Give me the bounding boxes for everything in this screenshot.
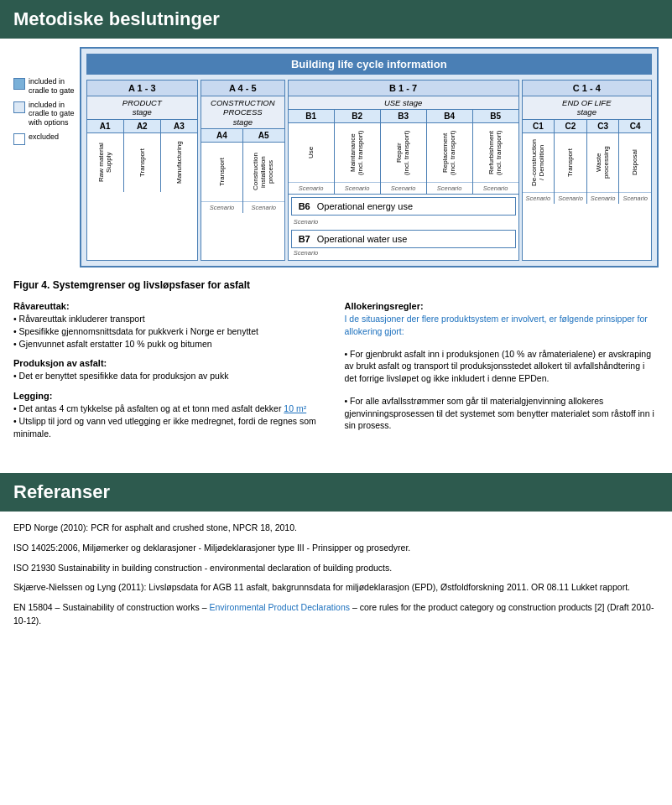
col-c2-scenario: Scenario xyxy=(555,192,586,204)
col-b3: Repair(incl. transport) Scenario xyxy=(381,123,427,194)
ref-5: EN 15804 – Sustainability of constructio… xyxy=(13,601,659,628)
body-legging: Legging: • Det antas 4 cm tykkelse på as… xyxy=(13,391,328,439)
body-rawmaterial: Råvareuttak: • Råvareuttak inkluderer tr… xyxy=(13,301,328,350)
col-a4: Transport Scenario xyxy=(201,143,243,213)
col-b2-scenario: Scenario xyxy=(335,182,380,194)
col-a3: Manufacturing xyxy=(161,133,197,192)
col-a1-label: Raw materialSupply xyxy=(87,133,123,192)
b6-row: B6 Operational energy use xyxy=(291,197,516,216)
ref-3: ISO 21930 Sustainability in building con… xyxy=(13,562,659,575)
col-a3-header: A3 xyxy=(161,120,197,132)
ref-2: ISO 14025:2006, Miljømerker og deklarasj… xyxy=(13,542,659,555)
main-section-header: Metodiske beslutninger xyxy=(0,0,672,39)
group-a13-header: A 1 - 3 xyxy=(87,80,197,96)
col-a1: Raw materialSupply xyxy=(87,133,124,192)
col-b3-label: Repair(incl. transport) xyxy=(381,123,426,182)
figure-caption: Figur 4. Systemgrenser og livsløpsfaser … xyxy=(13,279,659,291)
body-allokering: Allokeringsregler: I de situasjoner der … xyxy=(345,301,659,432)
b6-label: Operational energy use xyxy=(317,201,413,211)
col-a4-scenario: Scenario xyxy=(201,201,242,213)
col-c4: Disposal Scenario xyxy=(619,133,651,204)
body-production-title: Produksjon av asfalt: xyxy=(13,358,328,368)
body-production-text: • Det er benyttet spesifikke data for pr… xyxy=(13,370,328,382)
legend-box-blue xyxy=(13,78,25,90)
group-b17: B 1 - 7 USE stage B1 B2 B3 B4 B5 Use xyxy=(288,80,519,261)
group-a45-header: A 4 - 5 xyxy=(201,80,284,96)
group-c14-subheader: END OF LIFEstage xyxy=(523,96,651,120)
col-a5-header: A5 xyxy=(243,129,284,142)
references-title: Referanser xyxy=(13,481,110,502)
group-c14-col-headers: C1 C2 C3 C4 xyxy=(523,120,651,133)
col-c2: Transport Scenario xyxy=(555,133,587,204)
lifecycle-diagram: Building life cycle information A 1 - 3 … xyxy=(80,47,659,279)
b7-row: B7 Operational water use xyxy=(291,230,516,248)
lifecycle-title: Building life cycle information xyxy=(86,54,652,75)
body-allokering-item1: • For gjenbrukt asfalt inn i produksjone… xyxy=(345,348,659,385)
col-c1: De-construction/ Demolition Scenario xyxy=(523,133,555,204)
col-b1: Use Scenario xyxy=(289,123,335,194)
col-c1-label: De-construction/ Demolition xyxy=(523,133,555,192)
references-content: EPD Norge (2010): PCR for asphalt and cr… xyxy=(0,512,672,645)
group-c14-col-labels: De-construction/ Demolition Scenario Tra… xyxy=(523,133,651,204)
group-c14-header: C 1 - 4 xyxy=(523,80,651,96)
col-a1-header: A1 xyxy=(87,120,124,132)
col-a4-label: Transport xyxy=(201,143,242,201)
group-a13: A 1 - 3 PRODUCTstage A1 A2 A3 Raw materi… xyxy=(86,80,198,261)
col-b1-header: B1 xyxy=(289,110,335,122)
col-c3: Wasteprocessing Scenario xyxy=(587,133,620,204)
col-b4: Replacement(incl. transport) Scenario xyxy=(427,123,473,194)
col-c1-scenario: Scenario xyxy=(523,192,555,204)
col-b2-label: Maintanance(incl. transport) xyxy=(335,123,380,182)
references-header: Referanser xyxy=(0,473,672,512)
group-a45-subheader: CONSTRUCTIONPROCESSstage xyxy=(201,96,284,129)
lifecycle-container: Building life cycle information A 1 - 3 … xyxy=(80,47,659,267)
b7-scenario: Scenario xyxy=(291,248,516,257)
legend-text-3: excluded xyxy=(29,132,59,142)
ref-1: EPD Norge (2010): PCR for asphalt and cr… xyxy=(13,522,659,535)
legend-box-light xyxy=(13,101,25,113)
body-allokering-item2: • For alle avfallsstrømmer som går til m… xyxy=(345,395,659,432)
group-b17-col-labels: Use Scenario Maintanance(incl. transport… xyxy=(289,123,518,195)
col-c4-label: Disposal xyxy=(619,133,651,192)
col-a2-label: Transport xyxy=(124,133,160,192)
col-c3-scenario: Scenario xyxy=(587,192,619,204)
group-b-extra: B6 Operational energy use Scenario B7 Op… xyxy=(289,195,518,260)
col-b1-scenario: Scenario xyxy=(289,182,334,194)
body-production: Produksjon av asfalt: • Det er benyttet … xyxy=(13,358,328,382)
col-c2-header: C2 xyxy=(555,120,587,132)
legend-item-2: included incradle to gatewith options xyxy=(13,101,75,127)
col-b5-label: Refurbishment(incl. transport) xyxy=(473,123,518,182)
group-b17-subheader: USE stage xyxy=(289,96,518,110)
group-b17-header: B 1 - 7 xyxy=(289,80,518,96)
col-b5: Refurbishment(incl. transport) Scenario xyxy=(473,123,518,194)
group-a45: A 4 - 5 CONSTRUCTIONPROCESSstage A4 A5 T… xyxy=(201,80,285,261)
col-a5-label: Constructioninstallationprocess xyxy=(243,143,284,201)
b7-row-inner: B7 Operational water use xyxy=(299,234,508,244)
body-section: Råvareuttak: • Råvareuttak inkluderer tr… xyxy=(13,301,659,448)
col-a3-label: Manufacturing xyxy=(161,133,197,192)
col-b4-header: B4 xyxy=(427,110,473,122)
group-a45-col-labels: Transport Scenario Constructioninstallat… xyxy=(201,143,284,213)
main-title: Metodiske beslutninger xyxy=(13,8,220,29)
col-b4-label: Replacement(incl. transport) xyxy=(427,123,472,182)
body-rawmaterial-title: Råvareuttak: xyxy=(13,301,328,311)
lifecycle-groups: A 1 - 3 PRODUCTstage A1 A2 A3 Raw materi… xyxy=(86,80,652,261)
diagram-wrapper: included incradle to gate included incra… xyxy=(13,47,659,279)
col-a5-scenario: Scenario xyxy=(243,201,284,213)
group-b17-col-headers: B1 B2 B3 B4 B5 xyxy=(289,110,518,123)
col-b2: Maintanance(incl. transport) Scenario xyxy=(335,123,381,194)
col-a2: Transport xyxy=(124,133,161,192)
col-b2-header: B2 xyxy=(335,110,381,122)
group-a13-col-labels: Raw materialSupply Transport Manufacturi… xyxy=(87,133,197,192)
legend: included incradle to gate included incra… xyxy=(13,47,75,279)
col-c4-header: C4 xyxy=(619,120,651,132)
body-allokering-intro: I de situasjoner der flere produktsystem… xyxy=(345,313,659,337)
body-rawmaterial-text: • Råvareuttak inkluderer transport • Spe… xyxy=(13,313,328,350)
b6-id: B6 xyxy=(299,201,310,211)
b7-id: B7 xyxy=(299,234,310,244)
group-a13-col-headers: A1 A2 A3 xyxy=(87,120,197,133)
body-allokering-title: Allokeringsregler: xyxy=(345,301,659,311)
col-a5: Constructioninstallationprocess Scenario xyxy=(243,143,284,213)
col-c3-header: C3 xyxy=(587,120,620,132)
legend-text-1: included incradle to gate xyxy=(29,77,75,96)
